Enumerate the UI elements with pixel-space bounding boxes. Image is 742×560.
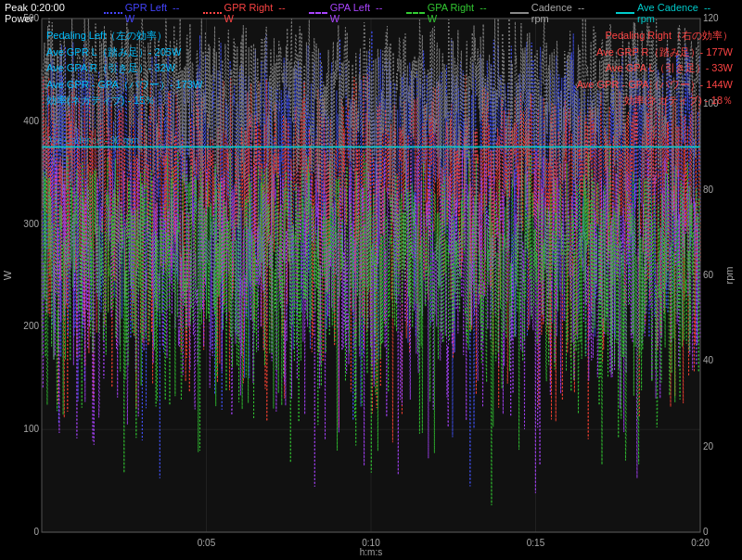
legend-left-line3: Ave GPR - GPA（パワー）- 173W: [46, 77, 202, 94]
series-ave-cadence: Ave Cadence -- rpm: [616, 2, 731, 24]
series-gpa-left: GPA Left -- W: [309, 2, 395, 24]
legend-right-line3: Ave GPR - GPA（パワー）- 144W: [577, 77, 733, 94]
legend-right-line2: Ave GPA L（引き足）- 33W: [577, 60, 733, 77]
legend-left-line2: Ave GPA R（引き足）- 32W: [46, 60, 202, 77]
header-labels: Peak 0:20:00 Power GPR Left -- W GPR Rig…: [0, 2, 742, 24]
chart-title: Peak 0:20:00 Power: [5, 2, 96, 24]
series-gpr-right: GPR Right -- W: [203, 2, 298, 24]
legend-left-line1: Ave GPR L（踏み足）- 205W: [46, 45, 202, 61]
legend-right-line4: 効率(ネガティブ) - 18％: [577, 93, 733, 109]
chart-container: Peak 0:20:00 Power GPR Left -- W GPR Rig…: [0, 0, 742, 560]
legend-right-title: Pedaling Right（右の効率）: [577, 28, 733, 45]
legend-right: Pedaling Right（右の効率） Ave GRP R（踏み足）- 177…: [577, 28, 733, 109]
legend-left-title: Pedaling Left（左の効率）: [46, 28, 202, 45]
legend-left-line4: 効率(ネガティブ) - 15％: [46, 93, 202, 109]
series-cadence: Cadence -- rpm: [510, 2, 605, 24]
legend-left: Pedaling Left（左の効率） Ave GPR L（踏み足）- 205W…: [46, 28, 202, 109]
legend-right-line1: Ave GRP R（踏み足）- 177W: [577, 45, 733, 61]
series-gpa-right: GPA Right -- W: [406, 2, 499, 24]
series-gpr-left: GPR Left -- W: [104, 2, 192, 24]
